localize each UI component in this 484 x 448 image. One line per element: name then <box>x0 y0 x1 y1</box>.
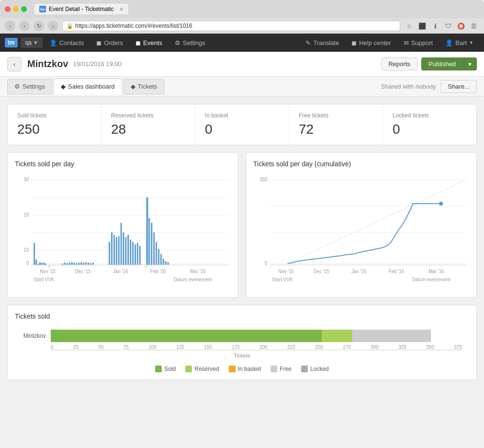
svg-rect-29 <box>90 263 91 265</box>
svg-text:Mar '16: Mar '16 <box>428 269 444 274</box>
tab-tickets[interactable]: ◆ Tickets <box>124 79 165 94</box>
close-dot[interactable] <box>5 6 11 12</box>
stat-free-value: 72 <box>299 122 373 137</box>
tab-sales-dashboard[interactable]: ◆ Sales dashboard <box>54 79 122 94</box>
stats-row: Sold tickets 250 Reserved tickets 28 In … <box>7 104 477 145</box>
tab-close-btn[interactable]: ✕ <box>119 6 124 12</box>
menu-icon[interactable]: ☰ <box>469 21 479 31</box>
stat-reserved-value: 28 <box>111 122 185 137</box>
svg-rect-27 <box>85 262 87 265</box>
bookmark-icon[interactable]: ☆ <box>404 21 415 31</box>
url-text: https://apps.ticketmatic.com/#/events/li… <box>75 23 192 29</box>
legend-sold-label: Sold <box>164 366 176 372</box>
cumulative-chart-panel: Tickets sold per day (cumulative) 350 0 <box>246 152 477 298</box>
svg-rect-34 <box>116 237 117 265</box>
reserved-color-swatch <box>185 366 192 372</box>
nav-settings[interactable]: ⚙ Settings <box>169 37 211 48</box>
maximize-dot[interactable] <box>21 6 27 12</box>
h-bar-row: Mintzkov <box>15 330 469 342</box>
stat-locked-tickets: Locked tickets 0 <box>383 104 476 145</box>
minimize-dot[interactable] <box>13 6 19 12</box>
shield-icon[interactable]: 🛡 <box>443 21 453 31</box>
browser-tab[interactable]: tm Event Detail - Ticketmatic ✕ <box>34 4 128 14</box>
nav-contacts[interactable]: 👤 Contacts <box>44 37 90 48</box>
browser-addressbar: ‹ › ↻ ⌂ 🔒 https://apps.ticketmatic.com/#… <box>0 18 484 34</box>
tick-50: 50 <box>98 345 103 350</box>
tick-25: 25 <box>73 345 79 350</box>
tick-300: 300 <box>371 345 379 350</box>
reserved-bar <box>322 330 352 342</box>
svg-rect-53 <box>165 261 167 265</box>
svg-rect-35 <box>118 236 120 265</box>
axis-label: Tickets <box>15 353 469 358</box>
stop-icon[interactable]: ⭕ <box>456 21 466 31</box>
published-button[interactable]: Published <box>421 57 463 70</box>
tick-325: 325 <box>398 345 406 350</box>
svg-text:10: 10 <box>24 247 29 253</box>
account-selector[interactable]: qa ▼ <box>21 37 43 48</box>
page-header: ‹ Mintzkov 19/01/2016 19:00 Reports Publ… <box>0 52 484 77</box>
svg-rect-20 <box>69 263 70 265</box>
info-icon[interactable]: ℹ <box>430 21 440 31</box>
svg-text:Jan '16: Jan '16 <box>113 269 128 274</box>
tickets-sold-panel: Tickets sold Mintzkov 0 25 50 75 100 <box>7 305 477 380</box>
stat-basket-label: In basket <box>205 112 279 119</box>
svg-rect-30 <box>92 263 94 265</box>
back-button[interactable]: ‹ <box>7 57 22 71</box>
app-nav: tm qa ▼ 👤 Contacts ◼ Orders ◼ Events ⚙ S… <box>0 34 484 52</box>
stat-free-tickets: Free tickets 72 <box>289 104 383 145</box>
nav-help[interactable]: ◼ Help center <box>346 37 396 48</box>
svg-rect-33 <box>113 235 115 265</box>
nav-translate[interactable]: ✎ Translate <box>300 37 345 48</box>
stat-sold-tickets: Sold tickets 250 <box>8 104 101 145</box>
translate-icon: ✎ <box>305 39 311 46</box>
svg-text:Nov '15: Nov '15 <box>40 269 56 274</box>
svg-rect-26 <box>83 263 84 265</box>
published-dropdown-button[interactable]: ▼ <box>463 57 477 70</box>
legend-inbasket: In basket <box>229 366 261 372</box>
tick-125: 125 <box>176 345 184 350</box>
tick-175: 175 <box>232 345 240 350</box>
stat-locked-label: Locked tickets <box>393 112 467 119</box>
svg-rect-50 <box>158 249 159 265</box>
refresh-button[interactable]: ↻ <box>34 21 44 31</box>
extensions-icon[interactable]: ⬛ <box>417 21 428 31</box>
reports-button[interactable]: Reports <box>381 57 417 70</box>
forward-button[interactable]: › <box>19 21 30 31</box>
nav-user[interactable]: 👤 Bart ▼ <box>439 37 479 48</box>
free-bar <box>352 330 431 342</box>
legend-sold: Sold <box>155 366 176 372</box>
app-logo[interactable]: tm <box>5 38 18 47</box>
svg-rect-54 <box>168 262 169 265</box>
cumulative-line-chart-svg: 350 0 Nov '15 Dec '15 Jan '16 Feb '16 Ma… <box>253 175 469 285</box>
svg-rect-21 <box>71 262 73 265</box>
svg-rect-45 <box>146 197 148 265</box>
address-box[interactable]: 🔒 https://apps.ticketmatic.com/#/events/… <box>62 21 400 31</box>
help-icon: ◼ <box>351 39 357 46</box>
nav-orders[interactable]: ◼ Orders <box>90 37 129 48</box>
user-icon: 👤 <box>445 39 453 46</box>
back-button[interactable]: ‹ <box>5 21 15 31</box>
legend-locked: Locked <box>301 366 329 372</box>
sub-nav: ⚙ Settings ◆ Sales dashboard ◆ Tickets S… <box>0 77 484 97</box>
svg-text:Jan '16: Jan '16 <box>351 269 367 274</box>
svg-text:Dec '15: Dec '15 <box>75 269 91 274</box>
nav-support[interactable]: ✉ Support <box>398 37 439 48</box>
stat-in-basket: In basket 0 <box>195 104 289 145</box>
tick-0: 0 <box>51 345 54 350</box>
svg-rect-46 <box>148 218 150 265</box>
svg-rect-22 <box>74 263 75 265</box>
share-button[interactable]: Share... <box>440 80 477 93</box>
svg-rect-43 <box>137 243 138 265</box>
svg-line-71 <box>288 181 465 264</box>
daily-chart-title: Tickets sold per day <box>15 160 231 168</box>
tab-favicon: tm <box>39 6 46 12</box>
home-button[interactable]: ⌂ <box>48 21 58 31</box>
main-content: Sold tickets 250 Reserved tickets 28 In … <box>0 97 484 387</box>
tab-settings[interactable]: ⚙ Settings <box>7 79 52 94</box>
nav-events[interactable]: ◼ Events <box>130 37 168 48</box>
svg-text:Dec '15: Dec '15 <box>314 269 329 274</box>
svg-text:Feb '16: Feb '16 <box>150 269 166 274</box>
svg-text:Datum evenement: Datum evenement <box>174 277 212 282</box>
tick-275: 275 <box>343 345 351 350</box>
